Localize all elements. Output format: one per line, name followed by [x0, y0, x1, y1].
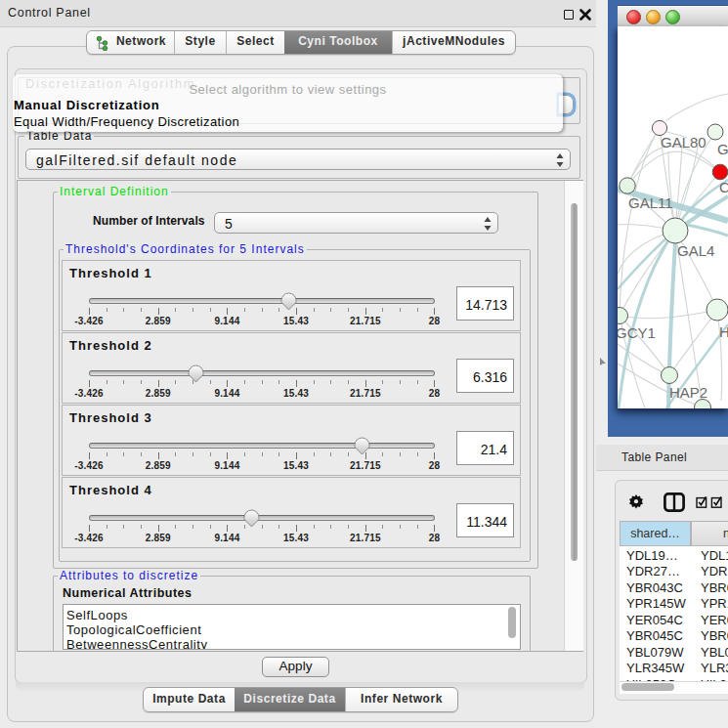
svg-text:H: H	[719, 323, 728, 340]
svg-text:GAL80: GAL80	[661, 134, 707, 150]
svg-text:C: C	[719, 179, 728, 195]
svg-text:GAL4: GAL4	[677, 242, 714, 259]
svg-text:GAL11: GAL11	[628, 194, 673, 211]
svg-text:G: G	[717, 141, 728, 157]
svg-text:HAP2: HAP2	[669, 384, 707, 401]
svg-text:GCY1: GCY1	[618, 324, 656, 341]
